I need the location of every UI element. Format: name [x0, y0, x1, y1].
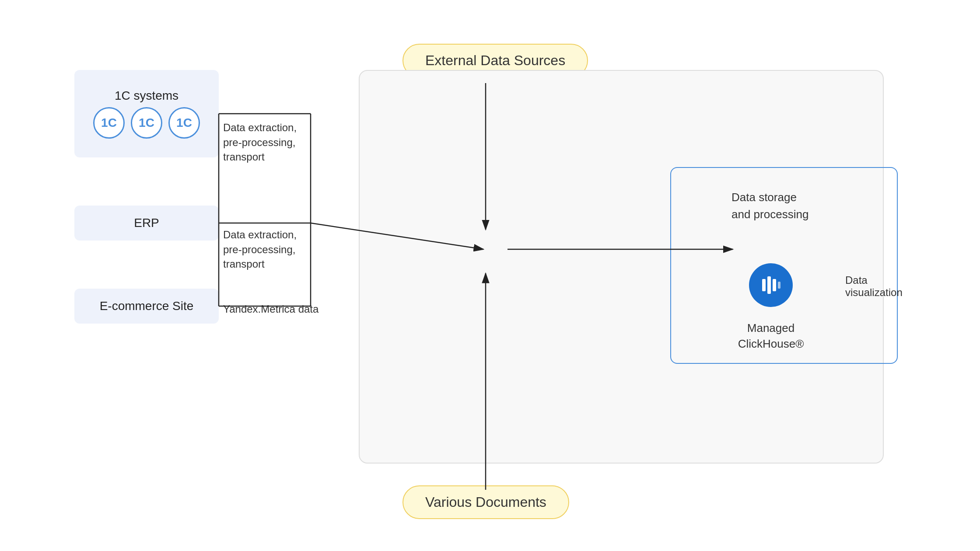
diagram-container: External Data Sources Yandex Cloud: [0, 0, 980, 551]
arrow-label-top: Data extraction,pre-processing,transport: [223, 120, 297, 164]
svg-rect-3: [767, 276, 771, 294]
arrow-label-mid: Data extraction,pre-processing,transport: [223, 227, 297, 272]
datavis-text: Data visualization: [845, 274, 903, 298]
svg-rect-2: [762, 279, 766, 291]
1c-icon-2: 1С: [131, 107, 162, 139]
1c-label: 1C systems: [115, 89, 178, 103]
external-data-sources-label: External Data Sources: [425, 52, 565, 68]
erp-label: ERP: [134, 216, 159, 230]
yandex-cloud-box: Yandex Cloud Data storageand processing: [359, 70, 884, 464]
box-ecommerce: E-commerce Site: [74, 289, 219, 324]
various-documents-box: Various Documents: [402, 485, 569, 519]
diagram-inner: External Data Sources Yandex Cloud: [74, 35, 906, 516]
ecommerce-label: E-commerce Site: [100, 299, 194, 313]
data-visualization-label: Data visualization: [845, 274, 903, 299]
svg-rect-5: [778, 282, 780, 289]
box-erp: ERP: [74, 206, 219, 241]
1c-icons: 1С 1С 1С: [93, 107, 200, 139]
svg-rect-4: [773, 279, 776, 291]
data-storage-label: Data storageand processing: [732, 189, 808, 223]
storage-text: Data storageand processing: [732, 191, 808, 221]
1c-icon-3: 1С: [168, 107, 200, 139]
box-1c-systems: 1C systems 1С 1С 1С: [74, 70, 219, 157]
various-documents-label: Various Documents: [425, 494, 546, 510]
1c-icon-1: 1С: [93, 107, 125, 139]
arrow-label-bot: Yandex.Metrica data: [223, 302, 318, 317]
clickhouse-icon: [749, 263, 793, 307]
clickhouse-label: ManagedClickHouse®: [727, 320, 815, 352]
clickhouse-text: ManagedClickHouse®: [738, 321, 804, 350]
